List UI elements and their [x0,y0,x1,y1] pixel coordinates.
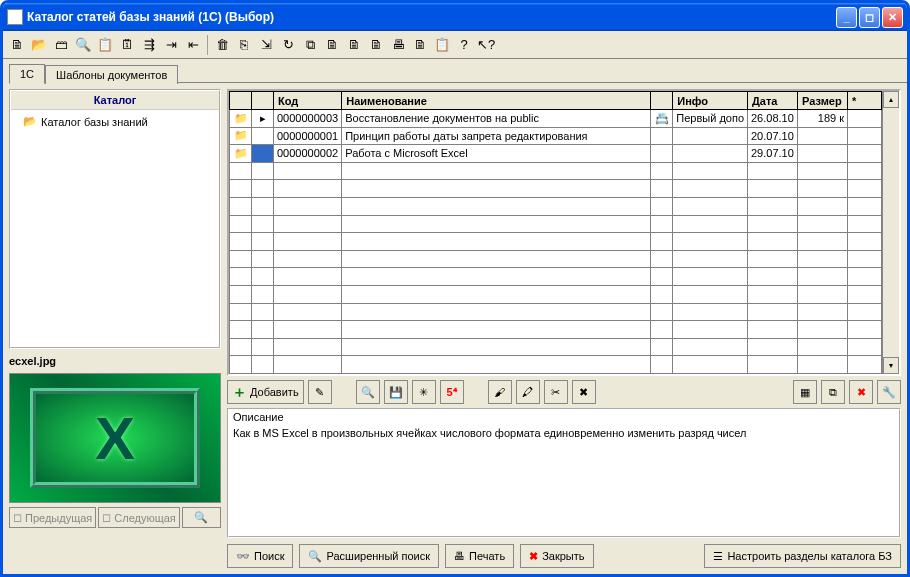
toolbar-icon-7[interactable]: ⇶ [139,35,159,55]
table-row[interactable] [230,180,882,198]
toolbar-help-icon[interactable]: ? [454,35,474,55]
catalog-tree[interactable]: 📂 Каталог базы знаний [11,110,219,347]
table-row[interactable] [230,250,882,268]
scroll-up-button[interactable]: ▴ [883,91,899,108]
toolbar-icon-6[interactable]: 🗓 [117,35,137,55]
toolbar-icon-16[interactable]: 🗎 [344,35,364,55]
thumbnail-image [30,388,200,488]
search-button[interactable]: 👓Поиск [227,544,293,568]
maximize-button[interactable]: ◻ [859,7,880,28]
grid-col-code[interactable]: Код [274,92,342,110]
toolbar-icon-14[interactable]: ⧉ [300,35,320,55]
save-icon: 💾 [389,386,403,399]
table-row[interactable] [230,338,882,356]
prev-button[interactable]: ◻Предыдущая [9,507,96,528]
tool3-button[interactable]: ✂ [544,380,568,404]
toolbar-icon-9[interactable]: ⇤ [183,35,203,55]
scroll-down-button[interactable]: ▾ [883,357,899,374]
delete-button[interactable]: ✖ [849,380,873,404]
settings-button[interactable]: 🔧 [877,380,901,404]
table-row[interactable]: 📁0000000002Работа с Microsoft Excel29.07… [230,145,882,163]
tree-root-item[interactable]: 📂 Каталог базы знаний [15,114,215,129]
sparkle-icon: ✳ [419,386,428,399]
edit-button[interactable]: ✎ [308,380,332,404]
advanced-search-button[interactable]: 🔍Расширенный поиск [299,544,439,568]
minimize-button[interactable]: _ [836,7,857,28]
table-row[interactable] [230,233,882,251]
scroll-track[interactable] [883,108,899,357]
next-button[interactable]: ◻Следующая [98,507,180,528]
cell-size [798,145,848,163]
tool2-button[interactable]: 🖍 [516,380,540,404]
grid-col-date[interactable]: Дата [748,92,798,110]
left-pane: Каталог 📂 Каталог базы знаний ecxel.jpg … [9,89,221,568]
description-text[interactable]: Как в MS Excel в произвольных ячейках чи… [229,423,899,536]
toolbar-icon-1[interactable]: 🗎 [7,35,27,55]
format-button[interactable]: 5⁴ [440,380,464,404]
erase-icon: ✖ [579,386,588,399]
table-row[interactable] [230,215,882,233]
tool1-button[interactable]: 🖌 [488,380,512,404]
configure-sections-button[interactable]: ☰Настроить разделы каталога БЗ [704,544,901,568]
toolbar-icon-3[interactable]: 🗃 [51,35,71,55]
table-row[interactable] [230,321,882,339]
tab-templates[interactable]: Шаблоны документов [45,65,178,84]
add-button[interactable]: ＋Добавить [227,380,304,404]
folder-icon: 📂 [23,115,37,128]
zoom-button[interactable]: 🔍 [182,507,221,528]
table-row[interactable]: 📁▸0000000003Восстановление документов на… [230,110,882,128]
tab-strip: 1С Шаблоны документов [3,59,907,83]
grid-col-star[interactable]: * [848,92,882,110]
bottom-toolbar: 👓Поиск 🔍Расширенный поиск 🖶Печать ✖Закры… [227,540,901,568]
table-row[interactable]: 📁0000000001Принцип работы даты запрета р… [230,127,882,145]
toolbar-icon-5[interactable]: 📋 [95,35,115,55]
cell-date: 29.07.10 [748,145,798,163]
grid-col-icon1[interactable] [230,92,252,110]
toolbar-icon-13[interactable]: ↻ [278,35,298,55]
toolbar-print-icon[interactable]: 🖶 [388,35,408,55]
table-row[interactable] [230,356,882,374]
close-icon: ✖ [529,550,538,563]
tool4-button[interactable]: ✖ [572,380,596,404]
new-doc-button[interactable]: ✳ [412,380,436,404]
brush-icon: 🖌 [494,386,505,398]
toolbar-folder-icon[interactable]: 📂 [29,35,49,55]
toolbar-icon-8[interactable]: ⇥ [161,35,181,55]
close-window-button[interactable]: ✕ [882,7,903,28]
cell-info: Первый допо [673,110,748,128]
number-icon: 5⁴ [447,386,457,399]
grid-col-size[interactable]: Размер [798,92,848,110]
grid-scrollbar[interactable]: ▴ ▾ [882,91,899,374]
toolbar-icon-17[interactable]: 🗎 [366,35,386,55]
print-button[interactable]: 🖶Печать [445,544,514,568]
table-row[interactable] [230,303,882,321]
grid-col-icon2[interactable] [252,92,274,110]
close-button[interactable]: ✖Закрыть [520,544,593,568]
tab-1c[interactable]: 1С [9,64,45,84]
grid-layout-button[interactable]: ▦ [793,380,817,404]
table-row[interactable] [230,162,882,180]
data-grid[interactable]: Код Наименование Инфо Дата Размер * 📁▸00… [227,89,901,376]
toolbar-icon-15[interactable]: 🗎 [322,35,342,55]
toolbar-icon-20[interactable]: 📋 [432,35,452,55]
table-row[interactable] [230,268,882,286]
toolbar-icon-11[interactable]: ⎘ [234,35,254,55]
toolbar-icon-10[interactable]: 🗑 [212,35,232,55]
table-row[interactable] [230,197,882,215]
tree-item-label: Каталог базы знаний [41,116,148,128]
cell-size [798,127,848,145]
row-folder-icon: 📁 [230,145,252,163]
toolbar-find-icon[interactable]: 🔍 [73,35,93,55]
cell-code: 0000000001 [274,127,342,145]
grid-col-info[interactable]: Инфо [673,92,748,110]
view-button[interactable]: 🔍 [356,380,380,404]
copy-button[interactable]: ⧉ [821,380,845,404]
toolbar-icon-12[interactable]: ⇲ [256,35,276,55]
cell-code: 0000000003 [274,110,342,128]
grid-col-flag[interactable] [651,92,673,110]
save-button[interactable]: 💾 [384,380,408,404]
grid-col-name[interactable]: Наименование [342,92,651,110]
toolbar-icon-19[interactable]: 🗎 [410,35,430,55]
toolbar-whatsthis-icon[interactable]: ↖? [476,35,496,55]
table-row[interactable] [230,285,882,303]
